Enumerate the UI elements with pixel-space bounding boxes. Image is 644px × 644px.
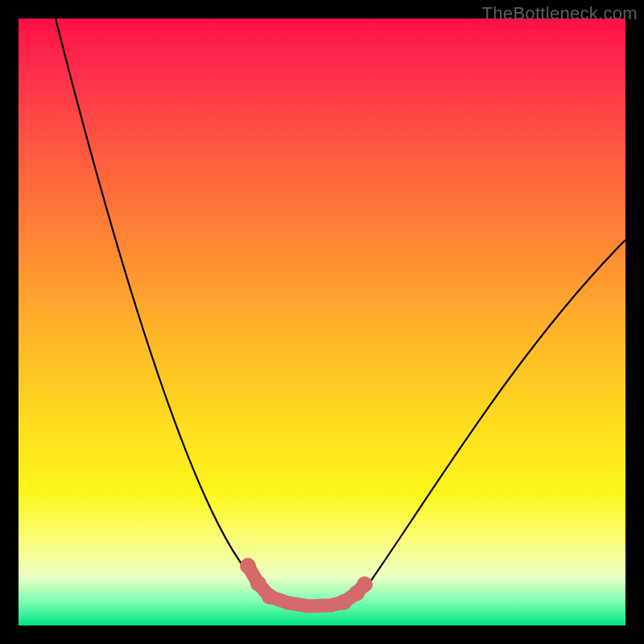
bottleneck-curve-plot [19, 19, 625, 625]
highlight-dot [357, 576, 373, 592]
watermark-text: TheBottleneck.com [482, 3, 638, 24]
highlight-dot [240, 558, 256, 574]
chart-frame [19, 19, 625, 625]
highlight-dot [250, 576, 266, 592]
curve-path [56, 19, 625, 607]
highlight-dot [262, 588, 278, 605]
